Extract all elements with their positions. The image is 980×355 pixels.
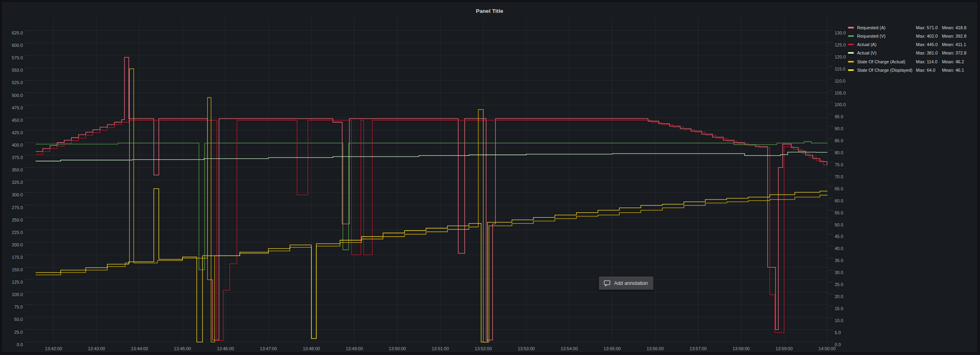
x-axis-tick-label: 13:59:00: [775, 347, 793, 351]
x-axis-tick-label: 13:51:00: [432, 347, 449, 351]
legend-swatch: [848, 69, 854, 71]
x-axis-tick-label: 13:48:00: [303, 347, 320, 351]
legend-item-state-of-charge-displayed[interactable]: State Of Charge (Displayed)Max: 64.0Mean…: [848, 66, 980, 75]
y-axis-right-tick-label: 75.0: [835, 163, 859, 167]
y-axis-left-tick-label: 375.0: [0, 155, 23, 160]
add-annotation-button[interactable]: Add annotation: [599, 276, 653, 290]
y-axis-right-tick-label: 0.0: [835, 343, 859, 347]
y-axis-right-tick-label: 40.0: [835, 246, 859, 251]
y-axis-left-tick-label: 250.0: [0, 218, 23, 222]
y-axis-left-tick-label: 300.0: [0, 193, 23, 197]
legend-max-stat: Max: 571.0: [916, 25, 938, 30]
y-axis-right-tick-label: 110.0: [835, 79, 859, 83]
y-axis-left-tick-label: 125.0: [0, 280, 23, 284]
grafana-panel: Panel Title 0.025.050.075.0100.0125.0150…: [2, 2, 977, 352]
legend-item-state-of-charge-actual[interactable]: State Of Charge (Actual)Max: 114.0Mean: …: [848, 58, 980, 66]
legend-item-requested-a[interactable]: Requested (A)Max: 571.0Mean: 418.8: [848, 24, 980, 32]
y-axis-left-tick-label: 0.0: [0, 343, 23, 347]
y-axis-left-tick-label: 525.0: [0, 81, 23, 85]
legend-max-stat: Max: 114.0: [916, 59, 938, 64]
y-axis-right-tick-label: 5.0: [835, 331, 859, 335]
x-axis-tick-label: 13:44:00: [131, 347, 148, 351]
y-axis-right-tick-label: 80.0: [835, 151, 859, 155]
x-axis-tick-label: 13:50:00: [389, 347, 406, 351]
y-axis-right-tick-label: 95.0: [835, 115, 859, 119]
y-axis-right-tick-label: 10.0: [835, 319, 859, 323]
y-axis-left-tick-label: 575.0: [0, 56, 23, 60]
x-axis-tick-label: 13:46:00: [217, 347, 234, 351]
y-axis-left-tick-label: 275.0: [0, 206, 23, 210]
series-line-requested-v: [36, 142, 827, 270]
y-axis-right-tick-label: 45.0: [835, 234, 859, 239]
y-axis-right-tick-label: 50.0: [835, 223, 859, 227]
x-axis-tick-label: 13:56:00: [647, 347, 664, 351]
y-axis-right-tick-label: 15.0: [835, 307, 859, 311]
comment-bubble-icon: [604, 280, 610, 286]
legend-label: Requested (V): [857, 34, 886, 38]
y-axis-left-tick-label: 600.0: [0, 43, 23, 48]
y-axis-right-tick-label: 30.0: [835, 270, 859, 275]
y-axis-left-tick-label: 50.0: [0, 317, 23, 322]
y-axis-left-tick-label: 425.0: [0, 131, 23, 135]
legend-item-actual-v[interactable]: Actual (V)Max: 381.0Mean: 372.8: [848, 49, 980, 57]
legend-swatch: [848, 44, 854, 45]
y-axis-right-tick-label: 90.0: [835, 127, 859, 131]
y-axis-left-tick-label: 475.0: [0, 106, 23, 110]
legend-label: Actual (V): [857, 50, 876, 55]
y-axis-right-tick-label: 100.0: [835, 103, 859, 107]
x-axis-tick-label: 13:58:00: [733, 347, 750, 351]
legend-swatch: [848, 52, 854, 54]
legend-mean-stat: Mean: 46.1: [942, 68, 964, 73]
legend-max-stat: Max: 64.0: [916, 68, 935, 73]
legend-swatch: [848, 35, 854, 37]
y-axis-left-tick-label: 200.0: [0, 243, 23, 247]
y-axis-right-tick-label: 70.0: [835, 175, 859, 179]
x-axis-tick-label: 13:45:00: [174, 347, 191, 351]
x-axis-tick-label: 13:57:00: [690, 347, 707, 351]
y-axis-right-tick-label: 20.0: [835, 294, 859, 299]
legend-label: Actual (A): [857, 42, 876, 47]
series-line-requested-a: [36, 57, 827, 340]
legend-max-stat: Max: 445.0: [916, 42, 938, 47]
legend-mean-stat: Mean: 392.8: [942, 34, 966, 38]
y-axis-left-tick-label: 350.0: [0, 168, 23, 172]
x-axis-tick-label: 13:43:00: [88, 347, 105, 351]
y-axis-right-tick-label: 60.0: [835, 199, 859, 203]
y-axis-right-tick-label: 65.0: [835, 187, 859, 191]
add-annotation-label: Add annotation: [614, 280, 648, 286]
time-series-chart[interactable]: [3, 3, 978, 350]
series-line-state-of-charge-displayed: [36, 189, 827, 342]
legend-label: Requested (A): [857, 25, 886, 30]
y-axis-left-tick-label: 400.0: [0, 143, 23, 147]
series-line-state-of-charge-actual: [36, 69, 827, 342]
x-axis-tick-label: 13:52:00: [475, 347, 492, 351]
legend-swatch: [848, 27, 854, 28]
series-line-actual-v: [36, 152, 827, 161]
legend-label: State Of Charge (Displayed): [857, 68, 912, 73]
legend-item-actual-a[interactable]: Actual (A)Max: 445.0Mean: 411.1: [848, 40, 980, 49]
legend-max-stat: Max: 402.0: [916, 34, 938, 38]
x-axis-tick-label: 13:55:00: [604, 347, 621, 351]
x-axis-tick-label: 13:47:00: [260, 347, 277, 351]
series-lines: [36, 57, 829, 342]
legend-swatch: [848, 61, 854, 63]
y-axis-right-tick-label: 35.0: [835, 258, 859, 263]
y-axis-right-tick-label: 105.0: [835, 91, 859, 95]
y-axis-left-tick-label: 450.0: [0, 118, 23, 123]
y-axis-left-tick-label: 500.0: [0, 93, 23, 98]
y-axis-left-tick-label: 225.0: [0, 230, 23, 235]
legend-max-stat: Max: 381.0: [916, 50, 938, 55]
y-axis-left-tick-label: 175.0: [0, 255, 23, 260]
y-axis-left-tick-label: 625.0: [0, 31, 23, 35]
grid-lines: [36, 18, 827, 342]
legend-mean-stat: Mean: 418.8: [942, 25, 966, 30]
y-axis-right-tick-label: 55.0: [835, 211, 859, 215]
legend-label: State Of Charge (Actual): [857, 59, 905, 64]
y-axis-left-tick-label: 25.0: [0, 330, 23, 335]
y-axis-left-tick-label: 325.0: [0, 180, 23, 185]
legend-mean-stat: Mean: 411.1: [942, 42, 966, 47]
y-axis-right-tick-label: 25.0: [835, 282, 859, 287]
y-axis-left-tick-label: 100.0: [0, 292, 23, 297]
y-axis-right-tick-label: 85.0: [835, 139, 859, 143]
legend-item-requested-v[interactable]: Requested (V)Max: 402.0Mean: 392.8: [848, 32, 980, 40]
